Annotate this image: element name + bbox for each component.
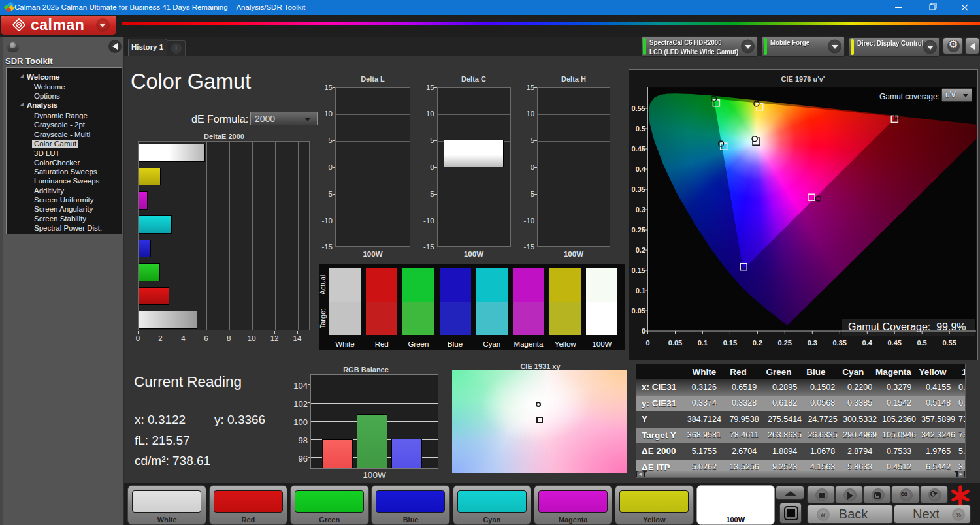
svg-text:0.4: 0.4 [636, 165, 646, 173]
svg-text:0.15: 0.15 [632, 266, 645, 274]
svg-text:0.05: 0.05 [632, 307, 645, 315]
svg-text:0.2: 0.2 [753, 339, 762, 347]
svg-text:0.45: 0.45 [632, 145, 645, 153]
svg-text:0.2: 0.2 [636, 246, 645, 254]
svg-text:0: 0 [645, 339, 649, 347]
svg-text:0.35: 0.35 [632, 185, 645, 193]
svg-text:0.45: 0.45 [887, 339, 901, 347]
svg-text:0.1: 0.1 [636, 287, 645, 294]
svg-text:0.05: 0.05 [668, 339, 682, 347]
svg-text:0.25: 0.25 [778, 339, 792, 347]
svg-text:0.55: 0.55 [632, 104, 645, 112]
svg-text:0.25: 0.25 [632, 226, 645, 234]
svg-text:0.55: 0.55 [942, 339, 956, 347]
svg-text:0.15: 0.15 [723, 339, 737, 347]
svg-text:0.5: 0.5 [636, 125, 645, 133]
svg-text:0.4: 0.4 [862, 339, 873, 347]
svg-text:0.1: 0.1 [698, 339, 708, 347]
svg-text:0.3: 0.3 [636, 206, 645, 214]
svg-text:0.35: 0.35 [832, 339, 846, 347]
svg-text:0: 0 [642, 327, 645, 335]
svg-text:0.3: 0.3 [808, 339, 817, 347]
svg-text:0.5: 0.5 [917, 339, 926, 347]
